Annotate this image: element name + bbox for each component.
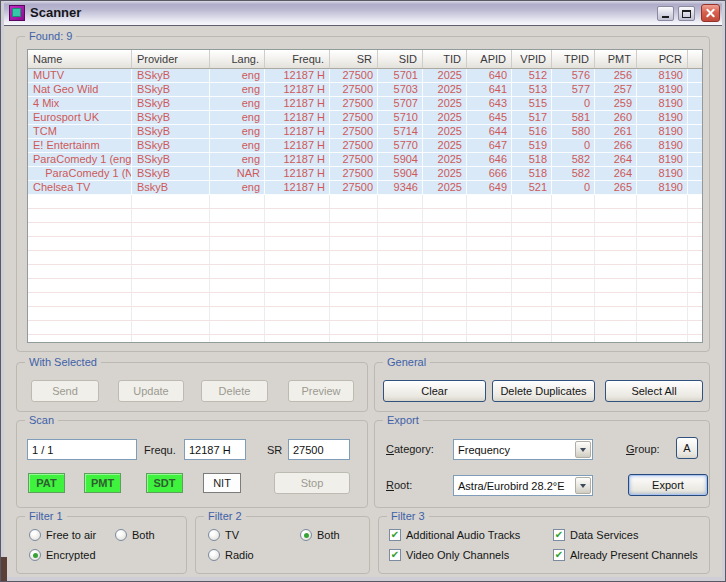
column-header-tpid[interactable]: TPID <box>552 50 595 68</box>
empty-row <box>28 265 702 279</box>
table-row[interactable]: Chelsea TVBskyBeng12187 H275009346202564… <box>28 181 702 195</box>
cell-filler <box>688 167 702 181</box>
radio-icon <box>29 549 41 561</box>
column-header-sr[interactable]: SR <box>330 50 378 68</box>
cell-name: TCM <box>28 125 132 139</box>
table-row[interactable]: Eurosport UKBSkyBeng12187 H2750057102025… <box>28 111 702 125</box>
column-header-tid[interactable]: TID <box>423 50 467 68</box>
checkbox-data-services[interactable]: Data Services <box>553 528 698 542</box>
scan-group: Scan Frequ. SR PAT PMT SDT NIT Stop <box>16 420 368 508</box>
cell-name: Chelsea TV <box>28 181 132 195</box>
empty-cell <box>595 307 637 321</box>
cell-pcr: 8190 <box>637 153 688 167</box>
table-row[interactable]: E! EntertainmBSkyBeng12187 H275005770202… <box>28 139 702 153</box>
column-header-filler <box>688 50 702 68</box>
empty-cell <box>637 335 688 343</box>
radio-both[interactable]: Both <box>300 528 340 542</box>
minimize-button[interactable] <box>657 6 674 21</box>
checkbox-icon <box>553 549 565 561</box>
empty-cell <box>688 209 702 223</box>
checkbox-video-only-channels[interactable]: Video Only Channels <box>389 548 553 562</box>
option-label: Encrypted <box>46 549 96 561</box>
table-row[interactable]: ParaComedy 1 (N...BSkyBNAR12187 H2750059… <box>28 167 702 181</box>
maximize-button[interactable] <box>678 6 695 21</box>
empty-cell <box>378 335 423 343</box>
radio-tv[interactable]: TV <box>208 528 300 542</box>
frequency-input[interactable] <box>184 439 246 460</box>
empty-cell <box>688 279 702 293</box>
cell-tid: 2025 <box>423 139 467 153</box>
cell-pmt: 259 <box>595 97 637 111</box>
cell-name: Nat Geo Wild <box>28 83 132 97</box>
radio-free-to-air[interactable]: Free to air <box>29 528 115 542</box>
table-row[interactable]: TCMBSkyBeng12187 H2750057142025644516580… <box>28 125 702 139</box>
checkbox-already-present-channels[interactable]: Already Present Channels <box>553 548 698 562</box>
category-dropdown[interactable]: Frequency <box>453 439 593 460</box>
checkbox-additional-audio-tracks[interactable]: Additional Audio Tracks <box>389 528 553 542</box>
option-label: Free to air <box>46 529 96 541</box>
cell-vpid: 519 <box>512 139 552 153</box>
close-button[interactable] <box>701 4 720 22</box>
cell-tpid: 0 <box>552 97 595 111</box>
radio-encrypted[interactable]: Encrypted <box>29 548 115 562</box>
empty-cell <box>378 265 423 279</box>
column-header-frequ[interactable]: Frequ. <box>265 50 330 68</box>
table-row[interactable]: Nat Geo WildBSkyBeng12187 H2750057032025… <box>28 83 702 97</box>
export-button[interactable]: Export <box>628 474 708 496</box>
column-header-name[interactable]: Name <box>28 50 132 68</box>
frequ-label: Frequ. <box>144 444 176 456</box>
empty-cell <box>265 209 330 223</box>
table-row[interactable]: MUTVBSkyBeng12187 H275005701202564051257… <box>28 69 702 83</box>
empty-cell <box>595 195 637 209</box>
option-label: Both <box>317 529 340 541</box>
export-label: Export <box>383 414 423 427</box>
table-header: NameProviderLang.Frequ.SRSIDTIDAPIDVPIDT… <box>28 50 702 69</box>
column-header-pcr[interactable]: PCR <box>637 50 688 68</box>
delete-button[interactable]: Delete <box>201 380 268 402</box>
cell-provider: BSkyB <box>132 69 210 83</box>
empty-cell <box>595 321 637 335</box>
cell-provider: BSkyB <box>132 167 210 181</box>
filter3-label: Filter 3 <box>387 510 429 523</box>
cell-frequ: 12187 H <box>265 111 330 125</box>
radio-both[interactable]: Both <box>115 528 155 542</box>
cell-sid: 5904 <box>378 153 423 167</box>
group-a-button[interactable]: A <box>676 437 698 459</box>
column-header-sid[interactable]: SID <box>378 50 423 68</box>
cell-tpid: 0 <box>552 181 595 195</box>
root-dropdown-button[interactable] <box>575 477 591 494</box>
empty-cell <box>265 265 330 279</box>
radio-radio[interactable]: Radio <box>208 548 300 562</box>
column-header-lang[interactable]: Lang. <box>210 50 265 68</box>
empty-cell <box>330 335 378 343</box>
empty-cell <box>210 307 265 321</box>
table-row[interactable]: ParaComedy 1 (eng)BSkyBeng12187 H2750059… <box>28 153 702 167</box>
cell-apid: 640 <box>467 69 512 83</box>
column-header-vpid[interactable]: VPID <box>512 50 552 68</box>
cell-tpid: 0 <box>552 139 595 153</box>
column-header-apid[interactable]: APID <box>467 50 512 68</box>
titlebar[interactable]: Scanner <box>4 1 722 26</box>
cell-apid: 644 <box>467 125 512 139</box>
update-button[interactable]: Update <box>118 380 184 402</box>
send-button[interactable]: Send <box>31 380 99 402</box>
empty-cell <box>512 237 552 251</box>
cell-pmt: 257 <box>595 83 637 97</box>
preview-button[interactable]: Preview <box>288 380 354 402</box>
delete-duplicates-button[interactable]: Delete Duplicates <box>492 380 595 402</box>
category-dropdown-button[interactable] <box>575 441 591 458</box>
cell-filler <box>688 125 702 139</box>
general-label: General <box>383 356 430 369</box>
table-row[interactable]: 4 MixBSkyBeng12187 H27500570720256435150… <box>28 97 702 111</box>
column-header-pmt[interactable]: PMT <box>595 50 637 68</box>
select-all-button[interactable]: Select All <box>605 380 703 402</box>
stop-button[interactable]: Stop <box>274 472 350 494</box>
root-dropdown[interactable]: Astra/Eurobird 28.2°E <box>453 475 593 496</box>
column-header-provider[interactable]: Provider <box>132 50 210 68</box>
empty-cell <box>595 335 637 343</box>
scan-progress-input[interactable] <box>27 439 137 460</box>
option-label: Already Present Channels <box>570 549 698 561</box>
cell-sid: 9346 <box>378 181 423 195</box>
clear-button[interactable]: Clear <box>383 380 486 402</box>
symbol-rate-input[interactable] <box>288 439 350 460</box>
